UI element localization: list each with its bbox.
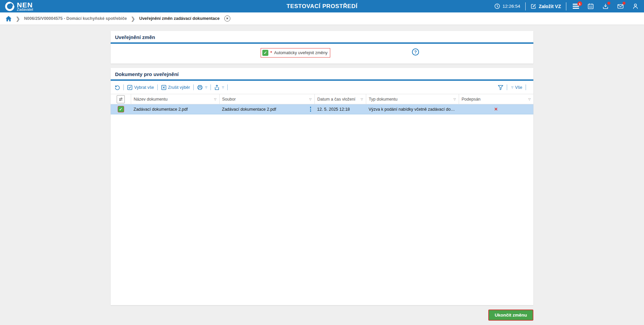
clear-selection-button[interactable]: Zrušit výběr [161, 85, 190, 90]
publish-changes-panel: Uveřejnění změn ✓ * Automaticky uveřejni… [111, 31, 533, 64]
create-vz-label: Založit VZ [539, 4, 561, 9]
downloads-button[interactable] [602, 3, 609, 9]
column-label: Název dokumentu [134, 97, 168, 102]
check-icon: ✓ [264, 50, 267, 55]
breadcrumb-item-current[interactable]: Uveřejnění změn zadávací dokumentace [139, 16, 220, 21]
check-icon: ✓ [119, 107, 122, 112]
column-header-soubor[interactable]: Soubor ▽ [219, 94, 314, 104]
cell-soubor: Zadávací dokumentace 2.pdf [219, 104, 314, 114]
print-dropdown-arrow[interactable]: ▽ [205, 86, 207, 89]
column-filter-arrow[interactable]: ▽ [528, 98, 531, 101]
cell-datum: 12. 5. 2025 12:18 [314, 104, 366, 114]
export-button[interactable]: ▽ [214, 85, 224, 90]
toolbar-divider [227, 84, 228, 90]
file-name: Zadávací dokumentace 2.pdf [222, 107, 276, 112]
publish-section-title: Uveřejnění změn [111, 31, 533, 42]
filter-preset-button[interactable]: ▽ Vše [510, 85, 522, 90]
column-label: Soubor [222, 97, 236, 102]
column-filter-arrow[interactable]: ▽ [214, 98, 217, 101]
help-icon[interactable]: ? [412, 48, 419, 56]
cell-podepsan: ✕ [459, 104, 533, 114]
environment-title: TESTOVACÍ PROSTŘEDÍ [287, 3, 357, 10]
nen-logo-icon [5, 1, 15, 11]
clear-selection-label: Zrušit výběr [168, 85, 190, 90]
home-icon[interactable] [5, 16, 12, 22]
toolbar-divider [123, 84, 124, 90]
column-settings-header [111, 94, 131, 104]
table-header-row: Název dokumentu ▽ Soubor ▽ Datum a čas v… [111, 94, 533, 104]
column-header-typ[interactable]: Typ dokumentu ▽ [366, 94, 459, 104]
toolbar-divider [507, 84, 507, 90]
column-filter-arrow[interactable]: ▽ [361, 98, 363, 101]
table-row[interactable]: ✓ Zadávací dokumentace 2.pdf Zadávací do… [111, 104, 533, 114]
column-label: Datum a čas vložení [317, 97, 355, 102]
select-all-icon [127, 85, 132, 90]
calendar-icon [588, 3, 594, 9]
logo-subtitle: Zadavatel [17, 7, 33, 11]
cell-nazev: Zadávací dokumentace 2.pdf [131, 104, 219, 114]
downloads-alert-badge [607, 2, 610, 5]
messages-button[interactable] [617, 3, 624, 9]
current-time: 12:26:54 [502, 4, 520, 9]
row-checkbox[interactable]: ✓ [118, 106, 124, 112]
menu-button[interactable]: 1 [573, 4, 579, 9]
column-filter-arrow[interactable]: ▽ [454, 98, 456, 101]
filter-funnel-icon [498, 85, 503, 90]
nen-logo[interactable]: NEN Zadavatel [5, 1, 33, 11]
main-content: Uveřejnění změn ✓ * Automaticky uveřejni… [111, 31, 533, 305]
column-settings-icon[interactable] [117, 95, 125, 103]
top-header-bar: NEN Zadavatel TESTOVACÍ PROSTŘEDÍ 12:26:… [0, 0, 644, 12]
refresh-icon [115, 85, 120, 90]
publish-section-body: ✓ * Automaticky uveřejnit změny ? [111, 44, 533, 63]
breadcrumb: ❯ N006/25/V00004575 - Domácí kuchyňské s… [0, 12, 644, 25]
documents-table: Název dokumentu ▽ Soubor ▽ Datum a čas v… [111, 94, 533, 114]
column-filter-arrow[interactable]: ▽ [309, 98, 312, 101]
topbar-divider [566, 2, 566, 10]
breadcrumb-item-procurement[interactable]: N006/25/V00004575 - Domácí kuchyňské spo… [24, 16, 127, 21]
clock-icon [494, 3, 500, 9]
column-header-podepsan[interactable]: Podepsán ▽ [459, 94, 533, 104]
auto-publish-label: Automaticky uveřejnit změny [274, 50, 328, 55]
cell-typ: Výzva k podání nabídky včetně zadávací d… [366, 104, 459, 114]
logo-title: NEN [17, 2, 33, 8]
row-actions-menu-icon[interactable] [309, 106, 312, 112]
person-icon [632, 3, 639, 9]
export-icon [214, 85, 220, 90]
calendar-button[interactable] [588, 3, 594, 9]
toolbar-divider [526, 84, 526, 90]
required-marker: * [270, 50, 272, 55]
clear-selection-icon [161, 85, 166, 90]
documents-section-title: Dokumenty pro uveřejnění [111, 68, 533, 79]
not-signed-icon: ✕ [494, 107, 498, 112]
filter-preset-label: Vše [515, 85, 522, 90]
printer-icon [197, 85, 203, 90]
column-header-nazev[interactable]: Název dokumentu ▽ [131, 94, 219, 104]
toolbar-divider [211, 84, 211, 90]
documents-toolbar: Vybrat vše Zrušit výběr [111, 81, 533, 94]
column-header-datum[interactable]: Datum a čas vložení ▽ [314, 94, 366, 104]
export-dropdown-arrow[interactable]: ▽ [222, 86, 224, 89]
refresh-button[interactable] [115, 85, 120, 90]
close-breadcrumb-icon[interactable]: ✕ [224, 15, 230, 22]
select-all-label: Vybrat vše [134, 85, 154, 90]
profile-button[interactable] [632, 3, 639, 9]
toolbar-divider [157, 84, 158, 90]
print-button[interactable]: ▽ [197, 85, 207, 90]
auto-publish-checkbox-group[interactable]: ✓ * Automaticky uveřejnit změny [261, 48, 330, 58]
column-label: Typ dokumentu [369, 97, 397, 102]
filter-button[interactable] [498, 85, 503, 90]
select-all-button[interactable]: Vybrat vše [127, 85, 154, 90]
messages-alert-badge [622, 2, 626, 5]
question-mark-glyph: ? [414, 49, 417, 55]
filter-preset-arrow: ▽ [511, 86, 513, 89]
auto-publish-checkbox[interactable]: ✓ [262, 50, 268, 56]
column-label: Podepsán [462, 97, 481, 102]
finish-change-button[interactable]: Ukončit změnu [488, 310, 533, 321]
topbar-divider [525, 2, 526, 10]
clock-group: 12:26:54 [494, 3, 520, 9]
toolbar-divider [193, 84, 194, 90]
topbar-right: 12:26:54 Založit VZ 1 [494, 0, 644, 12]
create-vz-button[interactable]: Založit VZ [531, 3, 561, 9]
documents-panel: Dokumenty pro uveřejnění [111, 68, 533, 305]
chevron-right-icon: ❯ [131, 16, 135, 21]
